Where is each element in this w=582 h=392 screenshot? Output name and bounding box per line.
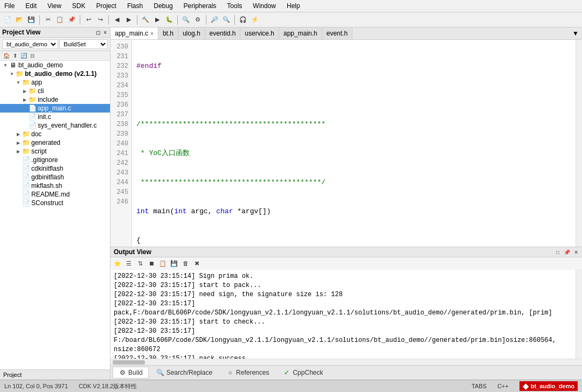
menu-window[interactable]: Window — [251, 1, 278, 11]
tree-item-readme[interactable]: 📄 README.md — [0, 190, 110, 199]
bottom-tab-search-replace[interactable]: 🔍 Search/Replace — [151, 367, 218, 379]
toolbar-build[interactable]: 🔨 — [140, 15, 151, 25]
menu-peripherals[interactable]: Peripherals — [182, 1, 219, 11]
tree-item-root[interactable]: ▼ 🖥 bt_audio_demo — [0, 61, 110, 69]
output-hscroll-thumb[interactable] — [113, 360, 145, 365]
output-list-btn[interactable]: ☰ — [124, 258, 134, 268]
arrow-include: ▶ — [22, 97, 28, 102]
panel-up-btn[interactable]: ⬆ — [12, 52, 18, 59]
icon-sys-event: 📄 — [28, 122, 37, 129]
toolbar-redo[interactable]: ↪ — [95, 15, 106, 25]
project-name-selector[interactable]: bt_audio_demo — [2, 39, 58, 49]
tab-label-ulog-h: ulog.h — [183, 30, 200, 37]
toolbar-cut[interactable]: ✂ — [43, 15, 53, 25]
tree-item-sys-event[interactable]: 📄 sys_event_handler.c — [0, 121, 110, 130]
output-clear-btn[interactable]: 🗑 — [181, 258, 190, 268]
tab-uservice-h[interactable]: uservice.h — [240, 27, 279, 39]
tree-item-mkflash[interactable]: 📄 mkflash.sh — [0, 181, 110, 190]
label-gdbinitflash: gdbinitflash — [31, 173, 64, 181]
output-panel-close-btn[interactable]: × — [573, 249, 579, 256]
output-copy-btn[interactable]: 📋 — [158, 258, 168, 268]
panel-collapse-btn[interactable]: ⊟ — [29, 52, 36, 59]
tree-item-cdkinitflash[interactable]: 📄 cdkinitflash — [0, 164, 110, 173]
editor-scrollbar-right[interactable] — [576, 40, 582, 247]
tree-item-cli[interactable]: ▶ 📁 cli — [0, 87, 110, 95]
tree-item-app[interactable]: ▼ 📁 app — [0, 78, 110, 87]
toolbar-forward[interactable]: ▶ — [123, 15, 134, 25]
toolbar-copy[interactable]: 📋 — [54, 15, 65, 25]
project-panel: Project View ◻ × bt_audio_demo BuildSet … — [0, 27, 110, 380]
tree-item-script[interactable]: ▶ 📁 script — [0, 147, 110, 156]
toolbar-headset[interactable]: 🎧 — [238, 15, 248, 25]
tree-item-include[interactable]: ▶ 📁 include — [0, 95, 110, 104]
arrow-app-main — [22, 106, 28, 111]
toolbar-debug-run[interactable]: 🐛 — [164, 15, 175, 25]
menu-flash[interactable]: Flash — [125, 1, 145, 11]
menu-view[interactable]: View — [45, 1, 64, 11]
statusbar-right: TABS C++ ◆ bt_audio_demo — [472, 381, 578, 391]
tree-item-generated[interactable]: ▶ 📁 generated — [0, 138, 110, 147]
menu-edit[interactable]: Edit — [23, 1, 39, 11]
tree-item-sconstruct[interactable]: 📄 SConstruct — [0, 199, 110, 207]
tab-app-main-h[interactable]: app_main.h — [279, 27, 322, 39]
toolbar-run[interactable]: ▶ — [152, 15, 163, 25]
panel-close-btn[interactable]: × — [102, 29, 108, 36]
toolbar-save[interactable]: 💾 — [26, 15, 37, 25]
toolbar-zoom-out[interactable]: 🔍 — [221, 15, 232, 25]
code-content[interactable]: #endif /********************************… — [132, 40, 576, 247]
panel-sync-btn[interactable]: 🔄 — [19, 52, 28, 59]
icon-script: 📁 — [22, 148, 30, 155]
menu-project[interactable]: Project — [94, 1, 119, 11]
toolbar-extra[interactable]: ⚡ — [250, 15, 260, 25]
icon-gdbinitflash: 📄 — [22, 173, 30, 181]
tab-eventid-h[interactable]: eventid.h — [205, 27, 241, 39]
toolbar-search[interactable]: 🔍 — [181, 15, 191, 25]
toolbar-sep6 — [206, 15, 206, 25]
output-panel-pin-btn[interactable]: 📌 — [563, 249, 571, 256]
tree-item-gdbinitflash[interactable]: 📄 gdbinitflash — [0, 173, 110, 181]
output-stop-btn[interactable]: ⏹ — [147, 258, 156, 268]
toolbar-new[interactable]: 📄 — [2, 15, 13, 25]
panel-home-btn[interactable]: 🏠 — [2, 52, 11, 59]
bottom-tab-references[interactable]: ○ References — [220, 367, 275, 379]
menu-file[interactable]: File — [2, 1, 17, 11]
tree-item-gitignore[interactable]: 📄 .gitignore — [0, 156, 110, 164]
output-delete-btn[interactable]: ✖ — [192, 258, 202, 268]
menu-debug[interactable]: Debug — [151, 1, 175, 11]
tab-scroll-arrow[interactable]: ▼ — [569, 29, 582, 38]
output-line-1: [2022-12-30 23:15:14] Sign prima ok. — [114, 272, 572, 281]
menu-sdk[interactable]: SDK — [70, 1, 88, 11]
tab-close-app-main-c[interactable]: × — [150, 31, 154, 37]
tab-event-h[interactable]: event.h — [322, 27, 352, 39]
panel-restore-btn[interactable]: ◻ — [95, 29, 101, 36]
build-set-selector[interactable]: BuildSet — [59, 39, 108, 49]
output-star-btn[interactable]: ⭐ — [113, 258, 122, 268]
toolbar-zoom-in[interactable]: 🔎 — [209, 15, 220, 25]
tree-item-app-main-c[interactable]: 📄 app_main.c — [0, 104, 110, 113]
tab-bt-h[interactable]: bt.h — [158, 27, 178, 39]
tab-ulog-h[interactable]: ulog.h — [178, 27, 205, 39]
bottom-tab-cppcheck[interactable]: ✓ CppCheck — [277, 367, 329, 379]
output-scrollbar-right[interactable] — [576, 270, 582, 359]
code-line-234: ****************************************… — [136, 178, 571, 187]
output-panel-expand-btn[interactable]: □ — [555, 249, 560, 256]
toolbar-open[interactable]: 📂 — [14, 15, 25, 25]
tab-label-uservice-h: uservice.h — [245, 30, 274, 37]
output-sort-btn[interactable]: ⇅ — [135, 258, 145, 268]
output-save-btn[interactable]: 💾 — [169, 258, 179, 268]
menu-help[interactable]: Help — [285, 1, 302, 11]
bottom-tab-build[interactable]: ⚙ Build — [113, 367, 149, 379]
output-scrollbar-bottom[interactable] — [110, 359, 582, 365]
output-content[interactable]: [2022-12-30 23:15:14] Sign prima ok. [20… — [110, 270, 576, 359]
menu-tools[interactable]: Tools — [225, 1, 244, 11]
tab-app-main-c[interactable]: app_main.c × — [110, 27, 158, 40]
output-toolbar: ⭐ ☰ ⇅ ⏹ 📋 💾 🗑 ✖ — [110, 257, 582, 270]
toolbar-paste[interactable]: 📌 — [66, 15, 77, 25]
toolbar-undo[interactable]: ↩ — [83, 15, 94, 25]
toolbar-back[interactable]: ◀ — [112, 15, 122, 25]
tree-item-doc[interactable]: ▶ 📁 doc — [0, 130, 110, 138]
tree-item-project[interactable]: ▼ 📁 bt_audio_demo (v2.1.1) — [0, 69, 110, 78]
toolbar-settings[interactable]: ⚙ — [192, 15, 203, 25]
arrow-cdkinitflash — [15, 166, 22, 171]
tree-item-init-c[interactable]: 📄 init.c — [0, 113, 110, 121]
